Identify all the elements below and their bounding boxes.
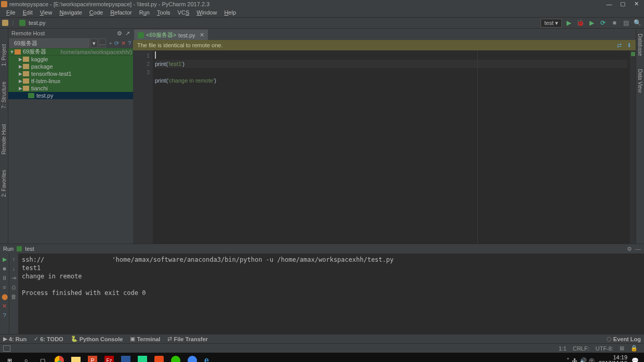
up-icon[interactable]: ↑	[10, 256, 18, 263]
hide-panel-icon[interactable]: —	[635, 246, 641, 252]
menu-refactor[interactable]: Refactor	[107, 9, 135, 16]
compare-icon[interactable]: ⇄	[617, 42, 622, 49]
server-dropdown-button[interactable]: ▾	[90, 38, 98, 48]
print-icon[interactable]: ⎙	[10, 284, 18, 291]
menu-navigate[interactable]: Navigate	[56, 9, 85, 16]
tray-chevron-icon[interactable]: ˄	[567, 357, 570, 363]
app-image[interactable]	[117, 353, 134, 362]
maximize-button[interactable]: ▢	[616, 0, 629, 8]
pause-button[interactable]: ⏸	[1, 274, 8, 281]
stop-button[interactable]: ■	[610, 19, 619, 26]
server-more-button[interactable]: …	[99, 38, 106, 48]
taskbar-clock[interactable]: 14:19 2017/11/18	[597, 355, 629, 362]
close-button[interactable]: ✕	[629, 0, 643, 8]
update-button[interactable]: ⟳	[598, 19, 608, 26]
app-powerpoint[interactable]: P	[84, 353, 101, 362]
app-edge[interactable]: e	[201, 353, 217, 362]
tool-run[interactable]: ▶ 4: Run	[3, 336, 27, 342]
tab-close-icon[interactable]: ✕	[200, 32, 204, 38]
tree-item-testpy[interactable]: test.py	[8, 92, 133, 99]
help-icon[interactable]: ?	[128, 40, 131, 46]
menu-file[interactable]: File	[3, 9, 19, 16]
cortana-button[interactable]: ○	[18, 353, 34, 362]
menu-vcs[interactable]: VCS	[175, 9, 193, 16]
clear-icon[interactable]: 🗑	[10, 293, 18, 300]
app-orange[interactable]	[151, 353, 167, 362]
run-output[interactable]: ssh:// 'home/amax/software/anaconda3/bin…	[19, 253, 644, 334]
tree-item-package[interactable]: ▶package	[8, 63, 133, 70]
app-pycharm[interactable]	[134, 353, 151, 362]
dump-icon[interactable]: ≡	[1, 284, 8, 291]
tree-item-kaggle[interactable]: ▶kaggle	[8, 56, 133, 63]
tool-todo[interactable]: ✓ 6: TODO	[34, 336, 63, 342]
breakpoint-icon[interactable]: ⬤	[1, 293, 8, 300]
app-chrome[interactable]	[51, 353, 68, 362]
close-icon[interactable]: ✕	[121, 40, 126, 47]
tree-root[interactable]: ▼ 69服务器 home/amax/workspacexhh/)	[8, 48, 133, 56]
app-cloud[interactable]	[184, 353, 201, 362]
menu-run[interactable]: Run	[136, 9, 153, 16]
tray-network-icon[interactable]: 🖧	[572, 357, 577, 362]
rerun-button[interactable]: ▶	[1, 256, 8, 263]
settings-icon[interactable]: ⚙	[627, 246, 632, 252]
layout-button[interactable]: ▤	[621, 19, 630, 26]
download-icon[interactable]: ⬇	[627, 42, 632, 49]
tool-remote-host[interactable]: Remote Host	[1, 124, 7, 154]
tool-structure[interactable]: 7: Structure	[1, 82, 7, 109]
server-name: 69服务器	[14, 39, 37, 47]
line-sep[interactable]: CRLF:	[570, 345, 593, 352]
close-run-button[interactable]: ✕	[1, 302, 8, 310]
run-coverage-button[interactable]: ▶	[587, 19, 596, 26]
hide-icon[interactable]: ↗	[125, 30, 130, 37]
help-run-icon[interactable]: ?	[1, 312, 8, 319]
menu-tools[interactable]: Tools	[154, 9, 174, 16]
menu-view[interactable]: View	[37, 9, 56, 16]
encoding[interactable]: UTF-8:	[593, 345, 616, 352]
notification-icon[interactable]: 💬	[632, 357, 639, 363]
app-filezilla[interactable]: Fz	[101, 353, 117, 362]
code-content[interactable]: print('test1') print('change in remote')	[153, 50, 629, 244]
error-stripe[interactable]	[629, 50, 636, 244]
menu-window[interactable]: Window	[193, 9, 220, 16]
debug-button[interactable]: 🐞	[575, 19, 585, 26]
statusbar-show-tools[interactable]	[3, 345, 10, 352]
wrap-icon[interactable]: ⇥	[10, 274, 18, 281]
tray-volume-icon[interactable]: 🔊	[580, 357, 587, 363]
readonly-lock-icon[interactable]: 🔒	[627, 345, 641, 352]
tool-project[interactable]: 1: Project	[1, 44, 7, 66]
tool-database[interactable]: Database	[637, 34, 643, 56]
tool-python-console[interactable]: 🐍 Python Console	[71, 336, 123, 342]
editor-tab-testpy[interactable]: <69服务器> test.py ✕	[134, 30, 208, 40]
code-editor[interactable]: 1 2 3 print('test1') print('change in re…	[133, 50, 636, 244]
tree-item-tflstm[interactable]: ▶tf-lstm-linux	[8, 77, 133, 85]
search-button[interactable]: 🔍	[633, 19, 642, 26]
tool-terminal[interactable]: ▣ Terminal	[130, 336, 160, 342]
tree-item-tensorflow[interactable]: ▶tensorflow-test1	[8, 70, 133, 77]
event-log[interactable]: ◌ Event Log	[607, 336, 641, 342]
tool-dataview[interactable]: Data View	[637, 69, 643, 92]
down-icon[interactable]: ↓	[10, 265, 18, 272]
tray-ime-icon[interactable]: ㊥	[589, 357, 595, 363]
context-icon[interactable]: ⊞	[616, 345, 627, 352]
menu-code[interactable]: Code	[86, 9, 106, 16]
stop-run-button[interactable]: ■	[1, 265, 8, 272]
bottom-tool-buttons: ▶ 4: Run ✓ 6: TODO 🐍 Python Console ▣ Te…	[0, 334, 644, 343]
refresh-icon[interactable]: ⟳	[114, 40, 119, 47]
menu-edit[interactable]: Edit	[20, 9, 36, 16]
minimize-button[interactable]: —	[602, 0, 616, 8]
start-button[interactable]: ⊞	[1, 353, 18, 362]
tool-favorites[interactable]: 2: Favorites	[1, 170, 7, 197]
run-button[interactable]: ▶	[564, 19, 573, 26]
app-wechat[interactable]	[167, 353, 184, 362]
breadcrumb-file[interactable]: test.py	[29, 20, 45, 26]
menu-help[interactable]: Help	[221, 9, 239, 16]
tool-file-transfer[interactable]: ⇄ File Transfer	[167, 336, 207, 342]
gear-icon[interactable]: ⚙	[117, 30, 122, 37]
app-explorer[interactable]	[68, 353, 84, 362]
divide-icon[interactable]: ÷	[109, 40, 112, 46]
taskview-button[interactable]: ▢	[34, 353, 51, 362]
tree-item-tianchi[interactable]: ▶tianchi	[8, 85, 133, 92]
caret-position[interactable]: 1:1	[556, 345, 570, 352]
server-select[interactable]: 69服务器	[9, 38, 89, 48]
run-config-selector[interactable]: test ▾	[541, 19, 562, 28]
